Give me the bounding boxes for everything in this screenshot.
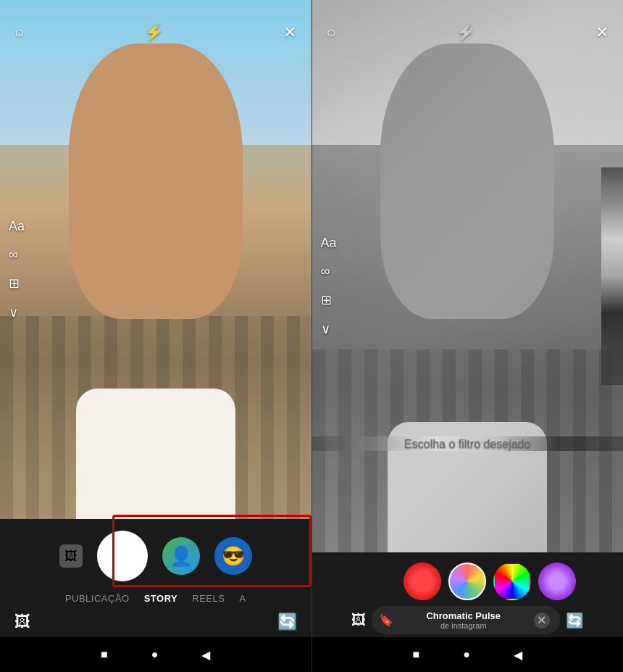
flash-icon-right[interactable]: ⚡ <box>456 23 475 42</box>
close-filter-button[interactable]: ✕ <box>534 613 550 629</box>
layout-icon-right[interactable]: ⊞ <box>321 292 337 308</box>
tab-publication[interactable]: PUBLICAÇÃO <box>58 592 137 605</box>
filter-chip-holographic[interactable] <box>448 563 486 600</box>
settings-icon[interactable]: ○ <box>14 23 24 42</box>
filter-source-label: de instagram <box>401 621 527 630</box>
filter-chips-row <box>312 558 624 603</box>
side-icons-right: Aa ∞ ⊞ ∨ <box>321 236 337 337</box>
action-bar-left: 🖼 🔄 <box>0 608 312 637</box>
layout-icon[interactable]: ⊞ <box>9 275 25 291</box>
side-icons-left: Aa ∞ ⊞ ∨ <box>9 219 25 320</box>
filter-chip-black[interactable] <box>359 563 396 600</box>
top-bar-right: ○ ⚡ ✕ <box>312 0 624 51</box>
sys-nav-left: ■ ● ◀ <box>0 637 312 672</box>
person-avatar-button[interactable]: 👤 <box>162 537 200 575</box>
gallery-button[interactable]: 🖼 <box>59 544 83 568</box>
camera-controls-left: 🖼 👤 😎 <box>0 525 312 587</box>
text-tool-icon[interactable]: Aa <box>9 219 25 234</box>
circle-button-left[interactable]: ● <box>151 648 159 661</box>
gallery-action-icon[interactable]: 🖼 <box>14 613 30 631</box>
nav-tabs-left: PUBLICAÇÃO STORY REELS A <box>0 587 312 608</box>
rainbow-edge-right <box>601 167 623 385</box>
camera-preview-right: ○ ⚡ ✕ Aa ∞ ⊞ ∨ Escolha o filtro desejado <box>312 0 624 552</box>
flip-camera-icon[interactable]: 🔄 <box>277 613 297 631</box>
close-icon[interactable]: ✕ <box>283 23 296 42</box>
text-tool-icon-right[interactable]: Aa <box>321 236 337 251</box>
choose-filter-label: Escolha o filtro desejado <box>404 438 530 451</box>
infinity-icon[interactable]: ∞ <box>9 247 25 262</box>
left-camera-panel: ○ ⚡ ✕ Aa ∞ ⊞ ∨ 🖼 👤 <box>0 0 312 672</box>
filter-chip-red[interactable] <box>404 563 441 600</box>
gallery-icon-right[interactable]: 🖼 <box>351 612 366 629</box>
filter-info-inner: 🔖 Chromatic Pulse de instagram ✕ <box>372 606 560 634</box>
bookmark-icon[interactable]: 🔖 <box>379 613 393 627</box>
circle-button-right[interactable]: ● <box>463 648 470 661</box>
bottom-bar-left: 🖼 👤 😎 PUBLICAÇÃO STORY REELS A <box>0 519 312 637</box>
person-shirt <box>76 389 235 519</box>
filter-info-bar: 🖼 🔖 Chromatic Pulse de instagram ✕ 🔄 <box>312 603 624 637</box>
chevron-down-icon[interactable]: ∨ <box>9 304 25 320</box>
shutter-button[interactable] <box>97 531 148 581</box>
emoji-button[interactable]: 😎 <box>214 537 252 575</box>
controls-area: 🖼 👤 😎 <box>0 525 312 587</box>
back-button-right[interactable]: ◀ <box>514 648 522 662</box>
tab-story[interactable]: STORY <box>137 592 185 605</box>
person-face <box>69 43 243 319</box>
square-button-left[interactable]: ■ <box>101 648 108 661</box>
sys-nav-right: ■ ● ◀ <box>312 637 624 672</box>
camera-preview-left: ○ ⚡ ✕ Aa ∞ ⊞ ∨ <box>0 0 312 519</box>
back-button-left[interactable]: ◀ <box>201 648 210 662</box>
filter-chip-colorwheel[interactable] <box>493 563 531 600</box>
square-button-right[interactable]: ■ <box>413 648 420 661</box>
tab-reels[interactable]: REELS <box>185 592 232 605</box>
tab-a[interactable]: A <box>232 592 253 605</box>
chevron-down-icon-right[interactable]: ∨ <box>321 321 337 337</box>
filter-chip-purple[interactable] <box>538 563 576 600</box>
top-bar-left: ○ ⚡ ✕ <box>0 0 312 51</box>
flip-camera-icon-right[interactable]: 🔄 <box>566 612 584 629</box>
filter-text-block: Chromatic Pulse de instagram <box>401 610 527 630</box>
bottom-bar-right: 🖼 🔖 Chromatic Pulse de instagram ✕ 🔄 <box>312 552 624 637</box>
right-camera-panel: ○ ⚡ ✕ Aa ∞ ⊞ ∨ Escolha o filtro desejado… <box>312 0 624 672</box>
settings-icon-right[interactable]: ○ <box>327 23 336 42</box>
flash-icon[interactable]: ⚡ <box>144 23 164 42</box>
person-face-right <box>380 43 554 319</box>
close-icon-right[interactable]: ✕ <box>595 23 609 42</box>
infinity-icon-right[interactable]: ∞ <box>321 264 337 279</box>
filter-name-label: Chromatic Pulse <box>401 610 527 621</box>
